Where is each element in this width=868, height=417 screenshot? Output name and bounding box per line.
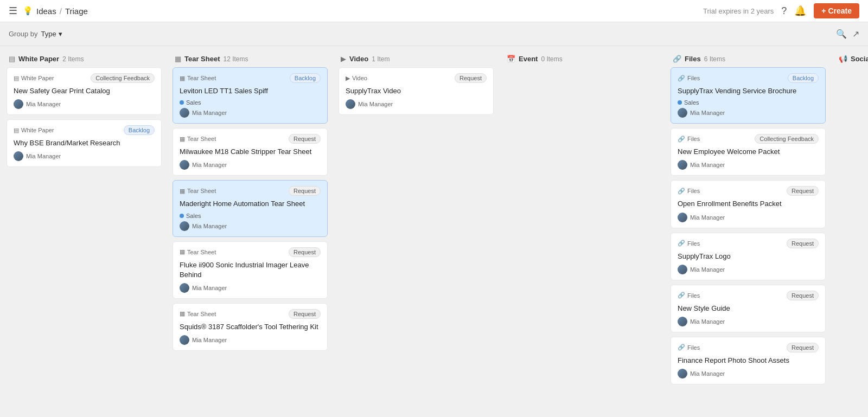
breadcrumb-ideas[interactable]: Ideas [36, 7, 56, 16]
owner-name: Mia Manager [192, 223, 227, 229]
card-header-f4: 🔗FilesRequest [678, 239, 819, 248]
card-f5[interactable]: 🔗FilesRequestNew Style GuideMia Manager [671, 285, 826, 332]
card-type-f2: 🔗Files [678, 136, 700, 143]
card-title-f1: SupplyTrax Vending Service Brochure [678, 86, 819, 96]
avatar [14, 151, 23, 161]
card-type-icon-ts5: ▦ [180, 310, 185, 317]
owner-name: Mia Manager [690, 370, 725, 377]
avatar [678, 317, 687, 326]
column-title-event: Event [519, 55, 538, 63]
card-owner-f3: Mia Manager [678, 213, 819, 222]
card-type-label-wp2: White Paper [21, 127, 54, 133]
card-wp2[interactable]: ▤White PaperBacklogWhy BSE Brand/Market … [7, 119, 162, 167]
card-type-wp1: ▤White Paper [14, 75, 54, 82]
column-count-event: 0 Items [541, 55, 562, 63]
card-title-f5: New Style Guide [678, 304, 819, 313]
card-f4[interactable]: 🔗FilesRequestSupplyTrax LogoMia Manager [671, 233, 826, 280]
create-button[interactable]: + Create [814, 3, 859, 18]
owner-name: Mia Manager [690, 266, 725, 273]
column-icon-tear-sheet: ▦ [175, 55, 181, 63]
card-header-wp2: ▤White PaperBacklog [14, 125, 155, 135]
notifications-button[interactable]: 🔔 [794, 5, 806, 17]
owner-name: Mia Manager [690, 318, 725, 325]
column-body-files: 🔗FilesBacklogSupplyTrax Vending Service … [671, 67, 828, 410]
header-left: ☰ 💡 Ideas / Triage [9, 5, 88, 17]
card-owner-wp1: Mia Manager [14, 99, 155, 109]
help-button[interactable]: ? [781, 5, 787, 17]
card-v1[interactable]: ▶VideoRequestSupplyTrax VideoMia Manager [339, 67, 494, 115]
group-by-dropdown[interactable]: Type ▾ [41, 30, 62, 38]
column-header-white-paper: ▤White Paper2 Items [7, 53, 164, 67]
card-tag-f1: Sales [678, 99, 819, 106]
card-ts3[interactable]: ▦Tear SheetRequestMaderight Home Automat… [173, 180, 328, 236]
avatar [180, 335, 189, 345]
card-header-ts2: ▦Tear SheetRequest [180, 134, 321, 144]
card-type-ts1: ▦Tear Sheet [180, 75, 216, 82]
avatar [180, 160, 189, 170]
card-type-ts3: ▦Tear Sheet [180, 188, 216, 195]
card-title-wp2: Why BSE Brand/Market Research [14, 138, 155, 148]
owner-name: Mia Manager [26, 101, 61, 107]
card-f3[interactable]: 🔗FilesRequestOpen Enrollment Benefits Pa… [671, 180, 826, 228]
card-type-f5: 🔗Files [678, 292, 700, 299]
card-f2[interactable]: 🔗FilesCollecting FeedbackNew Employee We… [671, 128, 826, 176]
card-owner-ts1: Mia Manager [180, 108, 321, 118]
lightbulb-icon: 💡 [23, 6, 33, 16]
card-type-icon-wp2: ▤ [14, 127, 19, 134]
column-count-white-paper: 2 Items [62, 55, 84, 63]
share-button[interactable]: ↗ [852, 29, 859, 39]
card-ts2[interactable]: ▦Tear SheetRequestMilwaukee M18 Cable St… [173, 128, 328, 176]
hamburger-menu-button[interactable]: ☰ [9, 5, 17, 17]
card-type-ts2: ▦Tear Sheet [180, 136, 216, 143]
owner-name: Mia Manager [690, 110, 725, 116]
column-icon-social-cam: 📢 [839, 55, 847, 63]
card-status-ts2: Request [289, 134, 321, 144]
column-tear-sheet: ▦Tear Sheet12 Items▦Tear SheetBacklogLev… [173, 53, 330, 410]
card-f1[interactable]: 🔗FilesBacklogSupplyTrax Vending Service … [671, 67, 826, 124]
card-status-ts5: Request [289, 309, 321, 319]
column-icon-white-paper: ▤ [9, 55, 15, 63]
card-title-ts2: Milwaukee M18 Cable Stripper Tear Sheet [180, 147, 321, 157]
card-owner-ts3: Mia Manager [180, 221, 321, 231]
card-ts4[interactable]: ▦Tear SheetRequestFluke ii900 Sonic Indu… [173, 241, 328, 299]
owner-name: Mia Manager [358, 101, 393, 107]
column-social-cam: 📢Social Cam... [837, 53, 868, 410]
column-count-files: 6 Items [704, 55, 725, 63]
card-type-icon-f6: 🔗 [678, 344, 685, 351]
breadcrumb-separator: / [60, 7, 62, 16]
tag-label: Sales [186, 213, 201, 219]
tag-label: Sales [684, 99, 699, 106]
column-header-tear-sheet: ▦Tear Sheet12 Items [173, 53, 330, 67]
card-status-f4: Request [787, 239, 819, 248]
card-header-f1: 🔗FilesBacklog [678, 73, 819, 83]
card-ts1[interactable]: ▦Tear SheetBacklogLeviton LED TT1 Sales … [173, 67, 328, 124]
card-type-label-f4: Files [687, 240, 700, 247]
card-owner-ts5: Mia Manager [180, 335, 321, 345]
search-button[interactable]: 🔍 [836, 29, 847, 39]
column-count-video: 1 Item [372, 55, 390, 63]
card-ts5[interactable]: ▦Tear SheetRequestSquids® 3187 Scaffolde… [173, 303, 328, 351]
column-header-files: 🔗Files6 Items [671, 53, 828, 67]
column-icon-event: 📅 [507, 55, 515, 63]
card-title-wp1: New Safety Gear Print Catalog [14, 86, 155, 96]
card-type-icon-f1: 🔗 [678, 75, 685, 82]
owner-name: Mia Manager [192, 285, 227, 291]
tag-dot-icon [180, 214, 184, 218]
card-type-label-f6: Files [687, 344, 700, 351]
card-owner-wp2: Mia Manager [14, 151, 155, 161]
column-event: 📅Event0 Items [505, 53, 662, 410]
card-header-f5: 🔗FilesRequest [678, 291, 819, 300]
card-f6[interactable]: 🔗FilesRequestFinance Report Photo Shoot … [671, 337, 826, 384]
card-type-label-v1: Video [352, 75, 367, 81]
card-owner-ts2: Mia Manager [180, 160, 321, 170]
card-status-ts3: Request [289, 186, 321, 196]
card-type-label-ts5: Tear Sheet [187, 311, 216, 317]
column-body-social-cam [837, 67, 868, 410]
card-wp1[interactable]: ▤White PaperCollecting FeedbackNew Safet… [7, 67, 162, 115]
avatar [678, 213, 687, 222]
app-header: ☰ 💡 Ideas / Triage Trial expires in 2 ye… [0, 0, 868, 22]
avatar [678, 160, 687, 170]
avatar [678, 108, 687, 118]
breadcrumb-triage[interactable]: Triage [65, 7, 88, 16]
group-by-value: Type [41, 30, 56, 38]
